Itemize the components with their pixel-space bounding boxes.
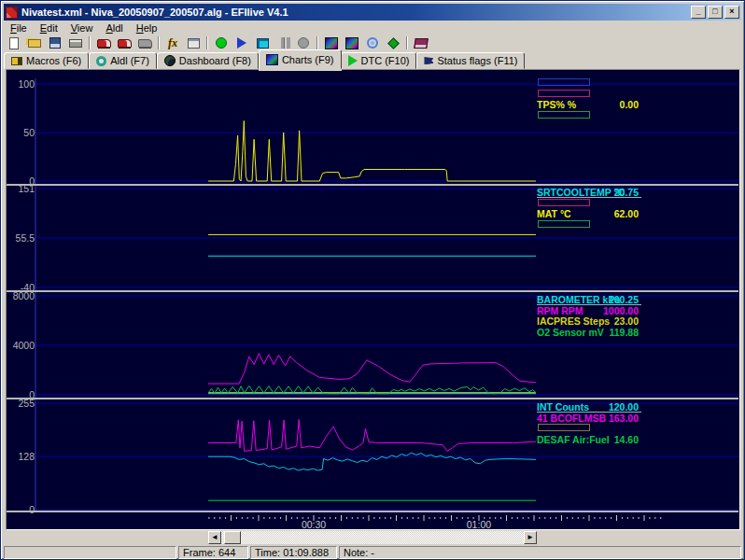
vehicle-connect-button[interactable]	[93, 35, 114, 50]
legend-pid-label: O2 Sensor mV	[537, 327, 604, 338]
legend-pid-label: DESAF Air:Fuel	[537, 434, 610, 445]
pause-icon	[281, 37, 285, 49]
monitor-button[interactable]	[252, 35, 273, 50]
minimize-button[interactable]: _	[691, 6, 706, 19]
save-button[interactable]	[45, 35, 65, 50]
tab-label: DTC (F10)	[361, 55, 410, 66]
dashboard-view-button[interactable]	[321, 35, 342, 50]
maximize-button[interactable]: □	[708, 6, 723, 19]
horizontal-scrollbar[interactable]: ◄ ►	[208, 531, 537, 544]
scrollbar-row: ◄ ►	[4, 530, 741, 545]
y-axis-tick: 8000	[7, 290, 35, 301]
legend-pid-value: 20.75	[614, 188, 639, 198]
tab-label: Dashboard (F8)	[179, 55, 251, 66]
dtc-icon	[348, 55, 358, 66]
legend-pid-row[interactable]: SRTCOOLTEMP °C20.75	[537, 188, 641, 198]
legend-empty-slot[interactable]	[538, 199, 590, 206]
y-axis-tick: 4000	[7, 340, 35, 351]
help-book-button[interactable]	[411, 35, 431, 50]
legend-pid-value: 119.88	[609, 328, 639, 338]
trace-int	[208, 453, 536, 470]
tab-label: Aldl (F7)	[110, 55, 149, 66]
new-document-icon	[9, 37, 19, 49]
open-file-icon	[28, 39, 41, 48]
status-bar: Frame: 644 Time: 01:09.888 Note: -	[4, 546, 741, 559]
menu-edit[interactable]: Edit	[34, 21, 64, 35]
vehicle-log-button[interactable]	[114, 35, 134, 50]
record-icon	[216, 37, 227, 49]
dashboard-icon	[164, 55, 176, 66]
tab-label: Charts (F9)	[282, 54, 334, 65]
close-button[interactable]: ×	[724, 6, 739, 19]
menu-file[interactable]: File	[4, 21, 34, 35]
vehicle-offline-icon	[138, 39, 152, 48]
menu-help[interactable]: Help	[130, 21, 164, 35]
y-axis-tick: 0	[7, 504, 35, 515]
scroll-left-button[interactable]: ◄	[208, 531, 221, 544]
legend-pid-row[interactable]: O2 Sensor mV119.88	[537, 328, 641, 338]
macros-icon	[11, 57, 22, 65]
time-axis-label: 01:00	[467, 519, 491, 530]
tab-macros[interactable]: Macros (F6)	[4, 52, 89, 69]
toolbar-separator	[406, 36, 408, 49]
menu-view[interactable]: View	[64, 21, 100, 35]
legend-pid-label: SRTCOOLTEMP °C	[537, 187, 625, 198]
title-bar[interactable]: Nivatest.xml - Niva_20050907_200507.alg …	[4, 4, 741, 21]
open-file-button[interactable]	[24, 35, 45, 50]
help-book-icon	[414, 38, 429, 49]
status-note: Note: -	[339, 546, 741, 559]
tab-status[interactable]: Status flags (F11)	[416, 52, 525, 69]
legend-empty-slot[interactable]	[538, 78, 590, 86]
legend-pid-row[interactable]: IACPRES Steps23.00	[537, 316, 641, 327]
legend-empty-slot[interactable]	[538, 424, 590, 431]
menu-aldl[interactable]: Aldl	[99, 21, 129, 35]
legend-pid-value: 120.00	[609, 402, 639, 413]
tab-charts[interactable]: Charts (F9)	[259, 49, 342, 69]
chart-area[interactable]: 10050015155.5-40800040000255128000:3001:…	[7, 70, 739, 529]
tab-dtc[interactable]: DTC (F10)	[341, 52, 417, 69]
legend-pid-row[interactable]: MAT °C62.00	[537, 209, 641, 219]
legend-pid-row[interactable]: TPS% %0.00	[537, 100, 641, 110]
properties-button[interactable]	[183, 35, 204, 50]
status-frame: Frame: 644	[178, 546, 248, 559]
tab-dashboard[interactable]: Dashboard (F8)	[157, 52, 259, 69]
stop-icon	[298, 37, 309, 49]
charts-view-button[interactable]	[342, 35, 362, 50]
legend-empty-slot[interactable]	[538, 111, 590, 119]
legend-empty-slot[interactable]	[538, 90, 590, 97]
legend-pid-row[interactable]: 41 BCOFLMSB163.00	[537, 413, 641, 424]
legend-pid-row[interactable]: DESAF Air:Fuel14.60	[537, 435, 641, 445]
toolbar: fx	[4, 35, 741, 50]
record-button[interactable]	[211, 35, 232, 50]
stop-button[interactable]	[293, 35, 314, 50]
save-icon	[49, 37, 61, 49]
legend-pid-row[interactable]: INT Counts120.00	[537, 402, 641, 413]
legend-pid-label: IACPRES Steps	[537, 315, 610, 327]
vehicle-offline-button[interactable]	[134, 35, 155, 50]
legend-pid-value: 14.60	[614, 435, 639, 445]
legend-empty-slot[interactable]	[538, 220, 590, 228]
legend-pid-label: BAROMETER kPa	[537, 294, 620, 305]
new-document-button[interactable]	[4, 35, 24, 50]
legend-pid-label: MAT °C	[537, 208, 571, 219]
function-button[interactable]: fx	[162, 35, 183, 50]
efilive-window: Nivatest.xml - Niva_20050907_200507.alg …	[0, 0, 745, 560]
dtc-diamond-button[interactable]	[383, 35, 403, 50]
toolbar-separator	[158, 36, 160, 49]
scroll-thumb[interactable]	[224, 531, 241, 544]
trace-tps%	[208, 121, 536, 182]
print-button[interactable]	[65, 35, 86, 50]
legend-pid-value: 23.00	[614, 316, 639, 327]
tab-aldl[interactable]: Aldl (F7)	[89, 52, 157, 69]
charts-icon	[266, 54, 278, 65]
scan-button[interactable]	[362, 35, 383, 50]
legend-pid-row[interactable]: RPM RPM1000.00	[537, 306, 641, 316]
pause-button[interactable]	[273, 35, 293, 50]
y-axis-tick: 55.5	[7, 232, 35, 244]
status-time: Time: 01:09.888	[250, 546, 337, 559]
dtc-diamond-icon	[387, 37, 400, 49]
play-button[interactable]	[232, 35, 252, 50]
legend-pid-row[interactable]: BAROMETER kPa100.25	[537, 295, 641, 305]
legend-pid-value: 0.00	[620, 100, 639, 110]
scroll-right-button[interactable]: ►	[524, 531, 537, 544]
